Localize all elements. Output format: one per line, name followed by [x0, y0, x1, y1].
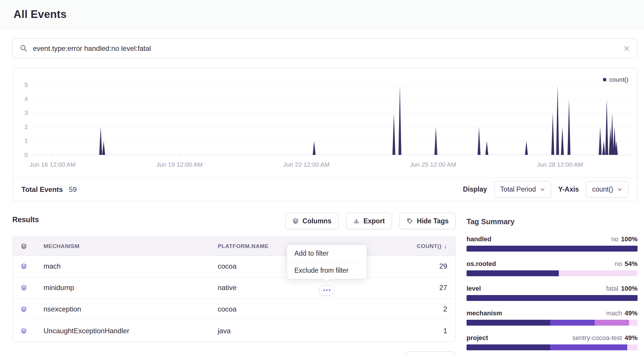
yaxis-dropdown[interactable]: count() [586, 181, 628, 198]
series-legend-label: count() [609, 76, 628, 83]
total-events-label: Total Events [21, 185, 63, 193]
column-header-count[interactable]: COUNT() ↓ [394, 243, 456, 250]
tag-top-percent: 100% [621, 235, 638, 243]
events-chart-area[interactable]: 012345Jun 16 12:00 AMJun 19 12:00 AMJun … [13, 68, 637, 178]
stack-icon [13, 306, 35, 312]
results-heading: Results [12, 215, 39, 224]
clear-search-button[interactable] [623, 45, 630, 52]
stack-icon [13, 284, 35, 291]
stack-icon [13, 263, 35, 269]
cell-actions-ellipsis-button[interactable]: ••• [319, 285, 335, 296]
menu-item-add-to-filter[interactable]: Add to filter [287, 245, 367, 262]
tag-entry: level fatal100% [467, 285, 638, 301]
total-events-value: 59 [69, 185, 77, 193]
tag-bar-segment[interactable] [629, 320, 638, 326]
export-button[interactable]: Export [346, 213, 392, 229]
layers-icon [292, 218, 299, 224]
tag-summary: Tag Summary handled no100% os.rooted no5… [467, 217, 638, 355]
results-toolbar: Columns Export Hide Tags [285, 213, 456, 229]
tag-top-value: mach [606, 309, 622, 317]
stack-icon [13, 328, 35, 334]
table-header-row: MECHANISM PLATFORM.NAME COUNT() ↓ [13, 237, 455, 256]
cell-platform: native [209, 284, 394, 292]
tag-distribution-bar[interactable] [467, 246, 638, 252]
export-button-label: Export [363, 217, 385, 225]
tag-bar-segment[interactable] [550, 344, 627, 350]
table-row[interactable]: minidump native 27 [13, 277, 455, 299]
series-color-dot [603, 78, 606, 81]
tag-key: os.rooted [467, 260, 496, 268]
tag-bar-segment[interactable] [627, 344, 638, 350]
chart-footer: Total Events 59 Display Total Period Y-A… [13, 177, 637, 201]
tag-key: handled [467, 235, 491, 243]
tag-top-percent: 49% [625, 309, 638, 317]
svg-text:Jun 16 12:00 AM: Jun 16 12:00 AM [29, 161, 76, 168]
table-row[interactable]: UncaughtExceptionHandler java 1 [13, 320, 455, 341]
tag-entry: os.rooted no54% [467, 260, 638, 276]
tag-bar-segment[interactable] [559, 270, 638, 276]
columns-button[interactable]: Columns [285, 213, 338, 229]
svg-text:4: 4 [24, 96, 28, 102]
page-header: All Events [0, 0, 644, 29]
tag-distribution-bar[interactable] [467, 344, 638, 350]
table-row[interactable]: nsexception cocoa 2 [13, 299, 455, 320]
tag-bar-segment[interactable] [467, 246, 638, 252]
svg-text:Jun 28 12:00 AM: Jun 28 12:00 AM [537, 161, 583, 168]
tag-bar-segment[interactable] [467, 270, 559, 276]
chart-legend: count() [603, 76, 628, 83]
chevron-down-icon [617, 187, 622, 192]
tag-top-value: no [615, 260, 622, 267]
svg-text:2: 2 [24, 123, 28, 130]
svg-text:3: 3 [24, 109, 28, 116]
tag-bar-segment[interactable] [467, 344, 550, 350]
column-header-mechanism[interactable]: MECHANISM [35, 243, 209, 249]
discover-all-events-page: { "header": { "title": "All Events" }, "… [0, 0, 644, 355]
hide-tags-button[interactable]: Hide Tags [400, 213, 456, 229]
tag-bar-segment[interactable] [550, 320, 595, 326]
hide-tags-button-label: Hide Tags [417, 217, 449, 225]
yaxis-dropdown-value: count() [592, 185, 613, 193]
display-label: Display [463, 185, 487, 193]
tag-bar-segment[interactable] [595, 320, 629, 326]
cell-context-menu: Add to filter Exclude from filter [287, 245, 367, 279]
table-row[interactable]: mach cocoa 29 [13, 256, 455, 277]
tag-bar-segment[interactable] [467, 295, 638, 301]
tag-summary-heading: Tag Summary [467, 217, 638, 226]
display-dropdown-value: Total Period [500, 185, 536, 193]
tag-distribution-bar[interactable] [467, 270, 638, 276]
tag-key: level [467, 285, 481, 292]
events-chart-panel: 012345Jun 16 12:00 AMJun 19 12:00 AMJun … [12, 68, 638, 201]
tag-distribution-bar[interactable] [467, 320, 638, 326]
svg-text:5: 5 [24, 81, 28, 88]
svg-text:0: 0 [24, 151, 28, 158]
columns-button-label: Columns [303, 217, 331, 225]
tag-distribution-bar[interactable] [467, 295, 638, 301]
page-title: All Events [14, 8, 67, 21]
search-icon [20, 44, 28, 52]
cell-mechanism: nsexception [35, 305, 209, 313]
search-input[interactable] [33, 44, 623, 53]
chevron-down-icon [540, 187, 545, 192]
svg-text:1: 1 [24, 137, 28, 144]
cell-count: 27 [394, 284, 456, 292]
tag-key: mechanism [467, 309, 502, 317]
svg-text:Jun 22 12:00 AM: Jun 22 12:00 AM [283, 161, 330, 168]
pagination-button[interactable] [405, 351, 455, 355]
tag-entry: mechanism mach49% [467, 309, 638, 326]
tag-bar-segment[interactable] [467, 320, 550, 326]
svg-text:Jun 25 12:00 AM: Jun 25 12:00 AM [410, 161, 456, 168]
results-table: MECHANISM PLATFORM.NAME COUNT() ↓ mach c… [12, 237, 456, 342]
tag-icon [407, 218, 413, 224]
layers-icon [13, 243, 35, 249]
tag-top-percent: 49% [625, 334, 638, 341]
svg-text:Jun 19 12:00 AM: Jun 19 12:00 AM [156, 161, 203, 168]
tag-top-value: fatal [606, 285, 618, 292]
search-bar [12, 38, 638, 58]
download-icon [353, 218, 360, 224]
cell-platform: cocoa [209, 305, 394, 313]
cell-platform: java [209, 327, 394, 335]
cell-mechanism: minidump [35, 284, 209, 292]
display-dropdown[interactable]: Total Period [494, 181, 551, 198]
tag-top-value: sentry-cocoa-test [572, 334, 622, 341]
events-chart[interactable]: 012345Jun 16 12:00 AMJun 19 12:00 AMJun … [13, 68, 637, 178]
